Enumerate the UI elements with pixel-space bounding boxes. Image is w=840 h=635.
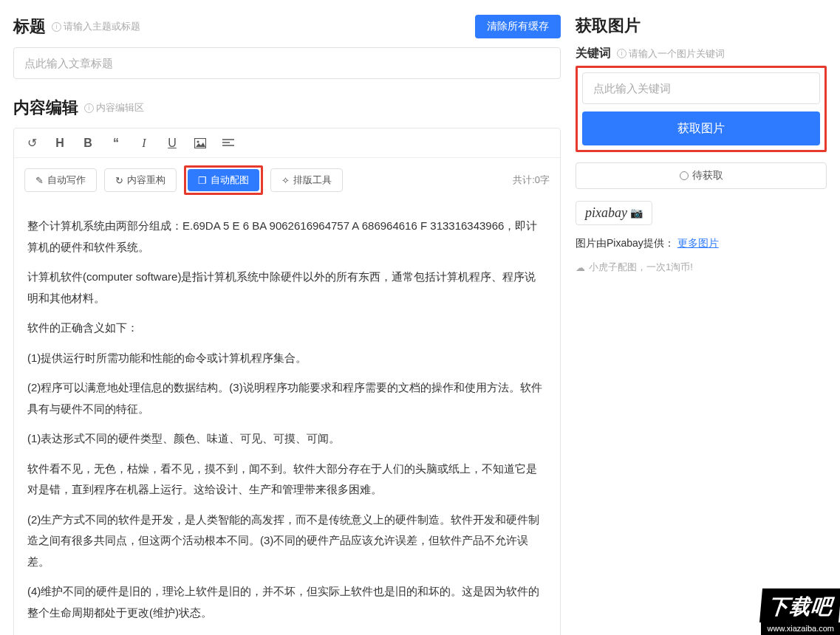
paragraph: 整个计算机系统由两部分组成：E.69DA 5 E 6 BA 9062616964… <box>27 216 547 258</box>
keyword-highlight-box: 获取图片 <box>576 66 827 152</box>
paragraph: (4)维护不同的硬件是旧的，理论上软件是旧的，并不坏，但实际上软件也是旧的和坏的… <box>27 581 547 623</box>
heading-icon[interactable]: H <box>52 137 67 150</box>
refresh-icon: ↻ <box>115 175 123 186</box>
auto-image-button[interactable]: ❐ 自动配图 <box>188 169 259 191</box>
more-images-link[interactable]: 更多图片 <box>677 237 719 249</box>
paragraph: 计算机软件(computer software)是指计算机系统中除硬件以外的所有… <box>27 267 547 309</box>
layout-icon: ✧ <box>281 175 290 186</box>
paragraph: (1)提供运行时所需功能和性能的命令或计算机程序集合。 <box>27 348 547 369</box>
underline-icon[interactable]: U <box>165 137 180 150</box>
pixabay-logo: pixabay 📷 <box>576 201 652 225</box>
keyword-hint: i 请输入一个图片关键词 <box>617 47 725 61</box>
article-title-input[interactable] <box>13 47 561 79</box>
bold-icon[interactable]: B <box>81 137 95 150</box>
get-image-header: 获取图片 <box>576 15 827 37</box>
get-image-title: 获取图片 <box>576 15 641 37</box>
auto-image-highlight: ❐ 自动配图 <box>184 165 263 195</box>
pixabay-note: 图片由Pixabay提供： 更多图片 <box>576 237 827 250</box>
paragraph: (1)表达形式不同的硬件类型、颜色、味道、可见、可摸、可闻。 <box>27 428 547 450</box>
info-icon: i <box>617 49 626 58</box>
watermark-url: www.xiazaiba.com <box>761 622 840 635</box>
images-icon: ❐ <box>198 175 207 186</box>
circle-icon <box>680 171 689 180</box>
keyword-label: 关键词 <box>576 46 611 61</box>
title-hint: i 请输入主题或标题 <box>52 20 140 33</box>
title-section-header: 标题 i 请输入主题或标题 清除所有缓存 <box>13 15 561 38</box>
paragraph: (2)生产方式不同的软件是开发，是人类智能的高发挥，而不是传统意义上的硬件制造。… <box>27 509 547 573</box>
get-image-button[interactable]: 获取图片 <box>582 111 820 145</box>
align-left-icon[interactable] <box>221 139 236 148</box>
auto-write-button[interactable]: ✎ 自动写作 <box>24 168 97 192</box>
paragraph: 软件的正确含义如下： <box>27 318 547 339</box>
content-hint: i 内容编辑区 <box>84 101 144 114</box>
content-label: 内容编辑 <box>13 97 78 119</box>
cost-note: ☁ 小虎子配图，一次1淘币! <box>576 261 827 274</box>
image-icon[interactable] <box>193 138 208 148</box>
format-toolbar: ↺ H B “ I U <box>14 128 560 158</box>
layout-tool-button[interactable]: ✧ 排版工具 <box>270 168 343 192</box>
pending-button[interactable]: 待获取 <box>576 162 827 189</box>
editor-container: ↺ H B “ I U ✎ 自动写作 ↻ <box>13 128 561 635</box>
watermark: 下载吧 www.xiazaiba.com <box>761 588 840 635</box>
svg-point-1 <box>197 140 199 143</box>
pencil-icon: ✎ <box>35 175 44 186</box>
clear-cache-button[interactable]: 清除所有缓存 <box>475 15 561 38</box>
info-icon: i <box>52 22 61 32</box>
paragraph: (2)程序可以满意地处理信息的数据结构。(3)说明程序功能要求和程序需要的文档的… <box>27 377 547 419</box>
keyword-input[interactable] <box>582 72 820 104</box>
quote-icon[interactable]: “ <box>109 137 123 150</box>
undo-icon[interactable]: ↺ <box>24 136 39 150</box>
paragraph: 软件看不见，无色，枯燥，看不见，摸不到，闻不到。软件大部分存在于人们的头脑或纸上… <box>27 459 547 501</box>
char-count: 共计:0字 <box>513 174 550 187</box>
italic-icon[interactable]: I <box>137 137 151 150</box>
keyword-header: 关键词 i 请输入一个图片关键词 <box>576 46 827 61</box>
content-section-header: 内容编辑 i 内容编辑区 <box>13 97 561 119</box>
content-rebuild-button[interactable]: ↻ 内容重构 <box>104 168 177 192</box>
camera-icon: 📷 <box>630 207 643 219</box>
info-icon: i <box>84 103 94 113</box>
action-toolbar: ✎ 自动写作 ↻ 内容重构 ❐ 自动配图 ✧ 排版工具 <box>14 158 560 205</box>
cloud-icon: ☁ <box>576 262 585 273</box>
watermark-text: 下载吧 <box>759 588 840 622</box>
title-label: 标题 <box>13 16 46 38</box>
editor-body[interactable]: 整个计算机系统由两部分组成：E.69DA 5 E 6 BA 9062616964… <box>14 205 560 635</box>
